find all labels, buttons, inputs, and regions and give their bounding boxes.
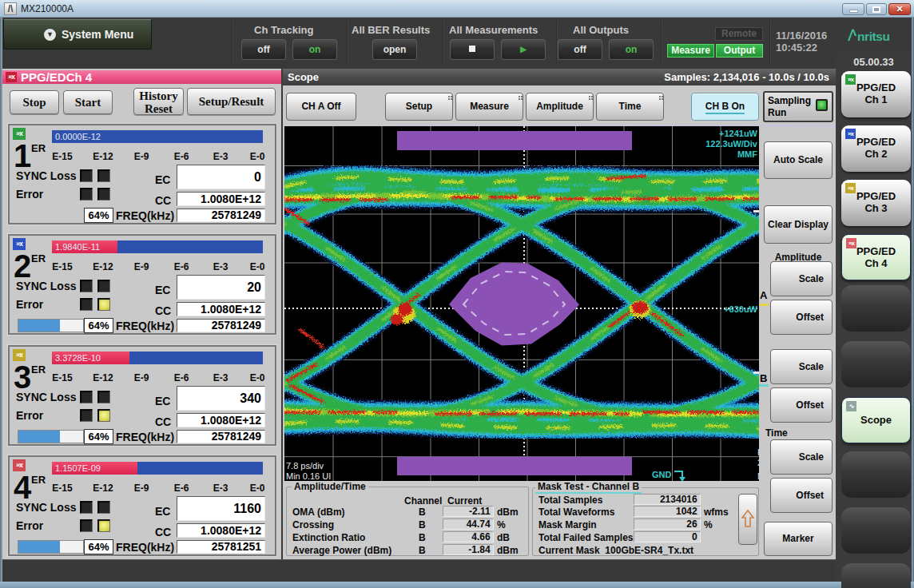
svg-text:Max 2.16 UI: Max 2.16 UI — [757, 471, 759, 481]
svg-text:+1241uW: +1241uW — [719, 129, 758, 138]
svg-text:GND: GND — [652, 470, 672, 479]
svg-text:Precision Trigger Off: Precision Trigger Off — [757, 447, 759, 457]
svg-text:MMF: MMF — [737, 149, 757, 159]
svg-text:122.3uW/Div: 122.3uW/Div — [705, 139, 758, 149]
svg-text:+630uW: +630uW — [724, 304, 757, 314]
svg-text:Min 0.16 UI: Min 0.16 UI — [286, 471, 331, 481]
svg-text:nritsu: nritsu — [857, 30, 890, 43]
svg-text:7.8 ps/div: 7.8 ps/div — [286, 461, 324, 471]
svg-text:25 781 258 kbps: 25 781 258 kbps — [757, 458, 759, 467]
